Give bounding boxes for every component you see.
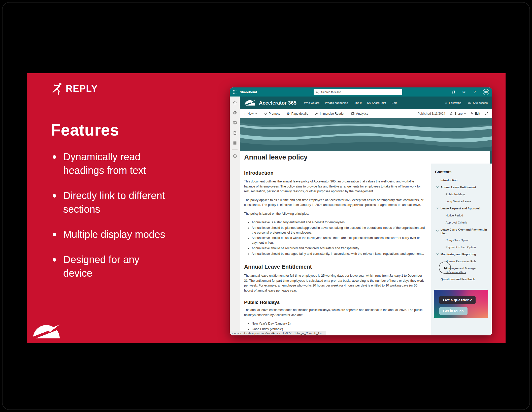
toc-item-leave-request-approval[interactable]: Leave Request and Approval [435,207,487,210]
site-access-button[interactable]: Site access [468,101,488,105]
news-icon[interactable] [233,121,237,125]
get-in-touch-button[interactable]: Get in touch [439,307,468,315]
reply-runner-icon [52,82,63,95]
reply-logo: REPLY [52,82,98,95]
toc-item-introduction[interactable]: Introduction [435,178,487,182]
nav-edit[interactable]: Edit [392,101,397,104]
share-button[interactable]: Share [450,112,466,115]
article-body: Introduction This document outlines the … [240,164,431,335]
list-item: Annual leave should be recorded and moni… [252,246,425,251]
edit-button[interactable]: ✎ Edit [471,112,480,115]
toc-item-leave-carry-over[interactable]: Leave Carry-Over and Payment in Lieu [435,228,487,235]
library-icon[interactable] [233,141,237,145]
analytics-button[interactable]: Analytics [351,112,368,115]
link-status-tooltip: maccelerator.sharepoint.com/sites/Accele… [230,331,326,335]
promote-button[interactable]: Promote [264,112,280,115]
toc-item-carry-over-option[interactable]: Carry-Over Option [435,238,487,242]
immersive-reader-icon [315,112,318,115]
toc-item-human-resources-role[interactable]: Human Resources Role [435,260,487,263]
site-logo[interactable] [244,100,255,106]
plus-icon: + [244,112,246,115]
gear-icon: ⚙ [287,112,290,115]
bullet-dot-icon [53,258,56,262]
feature-item: Designed for any device [53,253,172,280]
right-gutter [491,164,492,335]
document-icon[interactable] [233,131,237,135]
pencil-icon: ✎ [471,112,473,115]
command-bar-left: + New Promote ⚙ Page details [244,112,368,115]
page-title: Annual leave policy [244,153,308,161]
site-name[interactable]: Accelerator 365 [259,100,296,106]
feature-item: Dynamically read headings from text [53,150,172,177]
account-avatar[interactable]: GC [483,89,489,95]
paragraph: The policy is based on the following pri… [244,211,425,216]
nav-find-it[interactable]: Find it [354,101,361,104]
bullet-dot-icon [53,194,56,198]
contact-card: Got a question? Get in touch [434,290,488,318]
chevron-down-icon [255,113,257,114]
immersive-reader-button[interactable]: Immersive Reader [315,112,345,115]
create-plus-icon[interactable] [233,154,237,158]
principles-list: Annual leave is a statutory entitlement … [252,220,425,256]
search-placeholder: Search this site [321,90,341,93]
suite-app-name[interactable]: SharePoint [240,90,257,94]
nav-whats-happening[interactable]: What's happening [325,101,348,104]
bullet-dot-icon [53,233,56,236]
screenshot-canvas: REPLY Features Dynamically read headings… [0,0,532,412]
content-row: Introduction This document outlines the … [240,164,492,335]
chevron-down-icon [436,230,439,232]
title-band: Annual leave policy [240,151,492,164]
toc-item-employee-manager-responsibilities[interactable]: Employee and Manager Responsibilities [435,267,487,274]
people-icon [468,101,471,105]
star-icon: ☆ [445,101,448,105]
list-item: Annual leave is a statutory entitlement … [252,220,425,225]
expand-icon[interactable] [485,112,488,115]
got-a-question-label: Got a question? [439,296,476,304]
section-heading-introduction: Introduction [244,170,425,176]
page-details-button[interactable]: ⚙ Page details [287,112,308,115]
toc-item-payment-in-lieu-option[interactable]: Payment in Lieu Option [435,245,487,249]
command-bar: + New Promote ⚙ Page details [240,109,492,118]
settings-gear-icon[interactable]: ⚙ [462,90,466,94]
new-button[interactable]: + New [244,112,257,115]
slide: REPLY Features Dynamically read headings… [27,73,506,343]
help-icon[interactable]: ? [472,90,477,94]
search-icon [316,90,319,94]
toc-item-long-service-leave[interactable]: Long Service Leave [435,200,487,203]
toc-item-monitoring-reporting[interactable]: Monitoring and Reporting [435,252,487,256]
chevron-down-icon [464,113,466,114]
chevron-down-icon [436,207,439,209]
toc-item-public-holidays[interactable]: Public Holidays [435,193,487,196]
paragraph: The annual leave entitlement does not in… [244,308,425,318]
toc-item-annual-leave-entitlement[interactable]: Annual Leave Entitlement [435,185,487,189]
analytics-icon [351,112,355,115]
bullet-dot-icon [53,155,56,159]
announcement-icon[interactable] [451,90,456,94]
app-launcher-icon[interactable] [230,87,240,97]
app-rail [230,97,240,335]
toc-item-notice-period[interactable]: Notice Period [435,214,487,217]
site-nav: Who we are What's happening Find it My S… [304,101,397,104]
suite-actions: ⚙ ? GC [451,89,492,95]
toc-item-questions-feedback[interactable]: Questions and Feedback [435,277,487,281]
nav-who-we-are[interactable]: Who we are [304,101,319,104]
feature-list: Dynamically read headings from text Dire… [53,150,172,292]
toc-item-approval-criteria[interactable]: Approval Criteria [435,221,487,225]
home-icon[interactable] [233,101,237,105]
feature-item: Directly link to different sections [53,189,172,216]
paragraph: The annual leave entitlement for full-ti… [244,273,425,293]
table-of-contents: Contents Introduction Annual Leave Entit… [431,164,491,335]
rail-divider [232,149,238,150]
list-item: Annual leave should be managed fairly an… [252,251,425,256]
search-input[interactable]: Search this site [314,89,402,95]
suite-bar: SharePoint Search this site ⚙ ? GC [230,87,492,97]
following-button[interactable]: ☆ Following [445,101,461,105]
globe-icon[interactable] [233,111,237,115]
list-item: Annual leave should be used within the l… [252,236,425,245]
slide-title: Features [51,121,119,139]
list-item: Annual leave should be planned and appro… [252,226,425,235]
published-date: Published 3/13/2024 [418,112,445,115]
command-bar-right: Published 3/13/2024 Share ✎ Edit [418,112,488,115]
chevron-down-icon [436,253,439,255]
nav-my-sharepoint[interactable]: My SharePoint [367,101,386,104]
